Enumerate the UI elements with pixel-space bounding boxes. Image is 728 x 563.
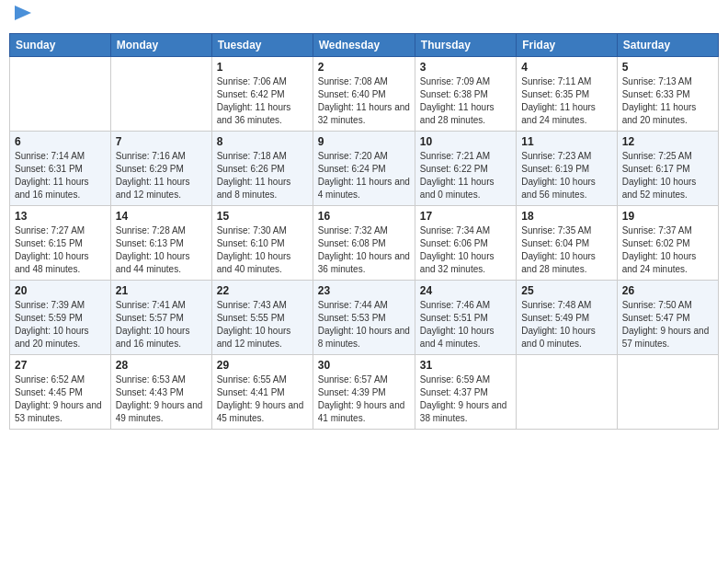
day-info: Sunrise: 7:27 AMSunset: 6:15 PMDaylight:… (15, 224, 106, 276)
logo-icon (15, 6, 31, 26)
day-number: 30 (318, 359, 410, 372)
weekday-header: Friday (517, 34, 617, 57)
calendar-week-row: 1Sunrise: 7:06 AMSunset: 6:42 PMDaylight… (10, 57, 719, 132)
calendar-cell: 19Sunrise: 7:37 AMSunset: 6:02 PMDayligh… (617, 206, 718, 281)
calendar-cell: 9Sunrise: 7:20 AMSunset: 6:24 PMDaylight… (313, 132, 415, 206)
day-number: 4 (521, 61, 611, 74)
day-number: 16 (318, 210, 410, 223)
svg-marker-0 (15, 6, 31, 20)
day-info: Sunrise: 6:57 AMSunset: 4:39 PMDaylight:… (318, 373, 410, 425)
day-number: 6 (15, 135, 106, 148)
day-number: 22 (217, 284, 308, 297)
calendar-cell: 25Sunrise: 7:48 AMSunset: 5:49 PMDayligh… (517, 281, 617, 355)
day-number: 18 (521, 210, 611, 223)
day-info: Sunrise: 7:16 AMSunset: 6:29 PMDaylight:… (116, 150, 207, 201)
calendar-cell: 27Sunrise: 6:52 AMSunset: 4:45 PMDayligh… (10, 355, 111, 430)
calendar-cell (617, 355, 718, 430)
calendar-cell: 3Sunrise: 7:09 AMSunset: 6:38 PMDaylight… (415, 57, 516, 132)
day-info: Sunrise: 7:44 AMSunset: 5:53 PMDaylight:… (318, 299, 410, 350)
calendar-cell: 2Sunrise: 7:08 AMSunset: 6:40 PMDaylight… (313, 57, 415, 132)
calendar-cell: 29Sunrise: 6:55 AMSunset: 4:41 PMDayligh… (211, 355, 313, 430)
day-info: Sunrise: 7:46 AMSunset: 5:51 PMDaylight:… (420, 299, 511, 350)
calendar-cell (110, 57, 211, 132)
day-number: 26 (622, 284, 713, 297)
page-header (9, 9, 719, 26)
day-info: Sunrise: 7:34 AMSunset: 6:06 PMDaylight:… (420, 224, 511, 276)
day-info: Sunrise: 7:32 AMSunset: 6:08 PMDaylight:… (318, 224, 410, 276)
calendar-cell: 28Sunrise: 6:53 AMSunset: 4:43 PMDayligh… (110, 355, 211, 430)
weekday-header: Sunday (10, 34, 111, 57)
day-info: Sunrise: 7:50 AMSunset: 5:47 PMDaylight:… (622, 299, 713, 350)
day-number: 7 (116, 135, 207, 148)
calendar-header-row: SundayMondayTuesdayWednesdayThursdayFrid… (10, 34, 719, 57)
day-info: Sunrise: 7:14 AMSunset: 6:31 PMDaylight:… (15, 150, 106, 201)
day-info: Sunrise: 7:09 AMSunset: 6:38 PMDaylight:… (420, 75, 511, 127)
day-number: 14 (116, 210, 207, 223)
calendar-cell: 26Sunrise: 7:50 AMSunset: 5:47 PMDayligh… (617, 281, 718, 355)
day-number: 17 (420, 210, 511, 223)
weekday-header: Thursday (415, 34, 516, 57)
day-number: 23 (318, 284, 410, 297)
day-number: 1 (217, 61, 308, 74)
calendar-cell: 6Sunrise: 7:14 AMSunset: 6:31 PMDaylight… (10, 132, 111, 206)
day-info: Sunrise: 7:30 AMSunset: 6:10 PMDaylight:… (217, 224, 308, 276)
day-number: 31 (420, 359, 511, 372)
day-info: Sunrise: 7:39 AMSunset: 5:59 PMDaylight:… (15, 299, 106, 350)
day-number: 9 (318, 135, 410, 148)
calendar-cell: 22Sunrise: 7:43 AMSunset: 5:55 PMDayligh… (211, 281, 313, 355)
day-info: Sunrise: 7:35 AMSunset: 6:04 PMDaylight:… (521, 224, 611, 276)
weekday-header: Tuesday (211, 34, 313, 57)
calendar-cell: 7Sunrise: 7:16 AMSunset: 6:29 PMDaylight… (110, 132, 211, 206)
calendar-cell: 1Sunrise: 7:06 AMSunset: 6:42 PMDaylight… (211, 57, 313, 132)
calendar-cell: 17Sunrise: 7:34 AMSunset: 6:06 PMDayligh… (415, 206, 516, 281)
calendar-cell: 8Sunrise: 7:18 AMSunset: 6:26 PMDaylight… (211, 132, 313, 206)
calendar-week-row: 13Sunrise: 7:27 AMSunset: 6:15 PMDayligh… (10, 206, 719, 281)
calendar-cell (10, 57, 111, 132)
day-number: 2 (318, 61, 410, 74)
day-info: Sunrise: 7:41 AMSunset: 5:57 PMDaylight:… (116, 299, 207, 350)
day-info: Sunrise: 6:53 AMSunset: 4:43 PMDaylight:… (116, 373, 207, 425)
calendar-table: SundayMondayTuesdayWednesdayThursdayFrid… (9, 33, 719, 430)
day-info: Sunrise: 7:11 AMSunset: 6:35 PMDaylight:… (521, 75, 611, 127)
day-info: Sunrise: 7:23 AMSunset: 6:19 PMDaylight:… (521, 150, 611, 201)
day-info: Sunrise: 7:48 AMSunset: 5:49 PMDaylight:… (521, 299, 611, 350)
calendar-week-row: 27Sunrise: 6:52 AMSunset: 4:45 PMDayligh… (10, 355, 719, 430)
calendar-cell: 30Sunrise: 6:57 AMSunset: 4:39 PMDayligh… (313, 355, 415, 430)
day-number: 20 (15, 284, 106, 297)
calendar-cell: 12Sunrise: 7:25 AMSunset: 6:17 PMDayligh… (617, 132, 718, 206)
day-number: 10 (420, 135, 511, 148)
day-number: 5 (622, 61, 713, 74)
day-number: 19 (622, 210, 713, 223)
calendar-cell: 10Sunrise: 7:21 AMSunset: 6:22 PMDayligh… (415, 132, 516, 206)
calendar-cell: 16Sunrise: 7:32 AMSunset: 6:08 PMDayligh… (313, 206, 415, 281)
calendar-cell: 13Sunrise: 7:27 AMSunset: 6:15 PMDayligh… (10, 206, 111, 281)
calendar-cell: 5Sunrise: 7:13 AMSunset: 6:33 PMDaylight… (617, 57, 718, 132)
day-number: 13 (15, 210, 106, 223)
calendar-cell: 23Sunrise: 7:44 AMSunset: 5:53 PMDayligh… (313, 281, 415, 355)
day-info: Sunrise: 6:55 AMSunset: 4:41 PMDaylight:… (217, 373, 308, 425)
day-number: 11 (521, 135, 611, 148)
calendar-cell: 15Sunrise: 7:30 AMSunset: 6:10 PMDayligh… (211, 206, 313, 281)
day-number: 8 (217, 135, 308, 148)
day-number: 29 (217, 359, 308, 372)
weekday-header: Saturday (617, 34, 718, 57)
day-number: 12 (622, 135, 713, 148)
day-info: Sunrise: 7:06 AMSunset: 6:42 PMDaylight:… (217, 75, 308, 127)
day-info: Sunrise: 7:43 AMSunset: 5:55 PMDaylight:… (217, 299, 308, 350)
weekday-header: Monday (110, 34, 211, 57)
logo (13, 9, 31, 26)
day-number: 25 (521, 284, 611, 297)
day-info: Sunrise: 7:20 AMSunset: 6:24 PMDaylight:… (318, 150, 410, 201)
day-number: 15 (217, 210, 308, 223)
day-number: 27 (15, 359, 106, 372)
calendar-cell: 18Sunrise: 7:35 AMSunset: 6:04 PMDayligh… (517, 206, 617, 281)
day-info: Sunrise: 7:37 AMSunset: 6:02 PMDaylight:… (622, 224, 713, 276)
day-info: Sunrise: 7:25 AMSunset: 6:17 PMDaylight:… (622, 150, 713, 201)
calendar-week-row: 6Sunrise: 7:14 AMSunset: 6:31 PMDaylight… (10, 132, 719, 206)
day-info: Sunrise: 7:21 AMSunset: 6:22 PMDaylight:… (420, 150, 511, 201)
day-number: 3 (420, 61, 511, 74)
calendar-cell: 24Sunrise: 7:46 AMSunset: 5:51 PMDayligh… (415, 281, 516, 355)
calendar-cell: 14Sunrise: 7:28 AMSunset: 6:13 PMDayligh… (110, 206, 211, 281)
calendar-cell (517, 355, 617, 430)
calendar-cell: 20Sunrise: 7:39 AMSunset: 5:59 PMDayligh… (10, 281, 111, 355)
